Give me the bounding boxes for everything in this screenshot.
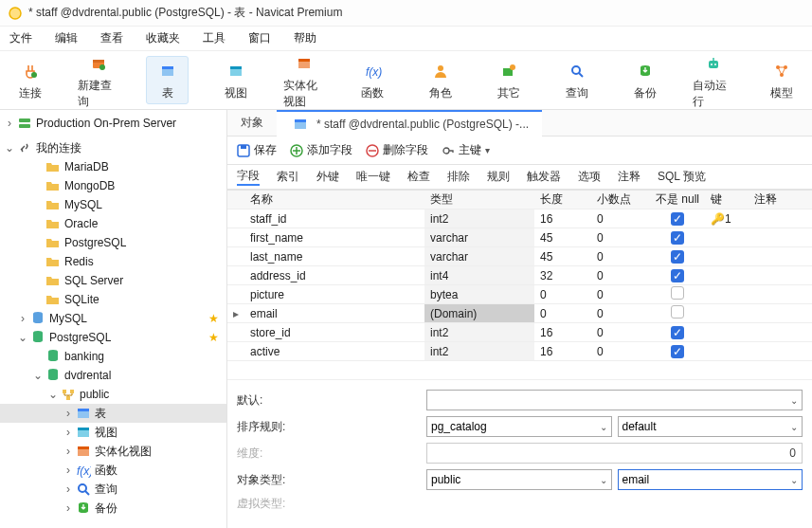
inner-tab-3[interactable]: 唯一键	[356, 169, 390, 185]
chevron-icon[interactable]	[32, 255, 44, 268]
chevron-icon[interactable]	[32, 236, 44, 249]
inner-tab-10[interactable]: SQL 预览	[658, 169, 706, 185]
ribbon-other[interactable]: 其它	[488, 59, 530, 101]
cell-type[interactable]: varchar	[424, 228, 534, 247]
notnull-checkbox[interactable]: ✓	[671, 212, 684, 226]
cell-comment[interactable]	[749, 342, 812, 361]
chevron-icon[interactable]: ⌄	[32, 369, 44, 382]
cell-key[interactable]	[705, 304, 749, 323]
tree-item-14[interactable]: ›视图	[0, 423, 226, 442]
ribbon-plug[interactable]: 连接	[9, 59, 51, 101]
cell-notnull[interactable]: ✓	[650, 323, 705, 342]
tree-item-7[interactable]: SQLite	[0, 290, 226, 309]
my-connections[interactable]: ⌄ 我的连接	[0, 138, 226, 157]
save-button[interactable]: 保存	[237, 142, 277, 158]
chevron-icon[interactable]: ›	[63, 426, 74, 439]
chevron-icon[interactable]: ⌄	[47, 388, 59, 401]
cell-key[interactable]	[705, 323, 749, 342]
cell-decimals[interactable]: 0	[591, 285, 650, 304]
menu-2[interactable]: 查看	[100, 30, 123, 46]
tree-item-10[interactable]: banking	[0, 347, 226, 366]
star-icon[interactable]: ★	[208, 312, 219, 325]
notnull-checkbox[interactable]	[671, 286, 684, 300]
cell-key[interactable]	[705, 342, 749, 361]
collation-name-combo[interactable]: default⌄	[618, 416, 803, 437]
cell-type[interactable]: varchar	[424, 247, 534, 266]
cell-type[interactable]: (Domain)	[424, 304, 534, 323]
objecttype-schema-combo[interactable]: public⌄	[426, 469, 612, 490]
chevron-icon[interactable]: ›	[63, 501, 74, 515]
cell-type[interactable]: int2	[424, 209, 534, 228]
tree-item-18[interactable]: ›备份	[0, 499, 226, 518]
col-notnull[interactable]: 不是 null	[650, 191, 705, 209]
cell-notnull[interactable]: ✓	[650, 228, 705, 247]
cell-decimals[interactable]: 0	[591, 304, 650, 323]
cell-type[interactable]: int2	[424, 323, 534, 342]
col-comment[interactable]: 注释	[749, 191, 812, 209]
chevron-icon[interactable]	[32, 160, 44, 173]
cell-length[interactable]: 0	[534, 285, 591, 304]
ribbon-user[interactable]: 角色	[420, 59, 461, 101]
ribbon-backup[interactable]: 备份	[624, 59, 666, 101]
field-row[interactable]: picturebytea00	[227, 285, 812, 304]
cell-decimals[interactable]: 0	[591, 342, 650, 361]
cell-name[interactable]: active	[244, 342, 424, 361]
cell-type[interactable]: int2	[424, 342, 534, 361]
field-row[interactable]: first_namevarchar450✓	[227, 228, 812, 247]
menu-3[interactable]: 收藏夹	[146, 30, 180, 46]
tree-item-16[interactable]: ›f(x)函数	[0, 461, 226, 480]
notnull-checkbox[interactable]: ✓	[671, 250, 684, 264]
menu-4[interactable]: 工具	[203, 30, 226, 46]
tree-item-6[interactable]: SQL Server	[0, 271, 226, 290]
cell-decimals[interactable]: 0	[591, 228, 650, 247]
default-combo[interactable]: ⌄	[426, 390, 803, 410]
dimension-input[interactable]: 0	[426, 443, 803, 464]
field-row[interactable]: ▸email(Domain)00	[227, 304, 812, 323]
cell-length[interactable]: 0	[534, 304, 591, 323]
col-name[interactable]: 名称	[244, 191, 424, 209]
star-icon[interactable]: ★	[208, 331, 219, 344]
cell-name[interactable]: last_name	[244, 247, 424, 266]
chevron-icon[interactable]	[32, 198, 44, 211]
tree-item-2[interactable]: MySQL	[0, 195, 226, 214]
cell-decimals[interactable]: 0	[591, 209, 650, 228]
cell-key[interactable]: 🔑1	[705, 209, 749, 228]
ribbon-fx[interactable]: f(x)函数	[352, 59, 393, 101]
cell-key[interactable]	[705, 266, 749, 285]
tree-item-15[interactable]: ›实体化视图	[0, 442, 226, 461]
cell-name[interactable]: first_name	[244, 228, 424, 247]
chevron-icon[interactable]	[32, 350, 44, 363]
col-length[interactable]: 长度	[534, 191, 591, 209]
cell-key[interactable]	[705, 228, 749, 247]
ribbon-query[interactable]: 新建查询	[78, 51, 119, 110]
cell-name[interactable]: email	[244, 304, 424, 323]
cell-comment[interactable]	[749, 323, 812, 342]
inner-tab-0[interactable]: 字段	[237, 168, 260, 186]
cell-notnull[interactable]	[650, 304, 705, 323]
chevron-icon[interactable]: ›	[63, 407, 74, 420]
menu-0[interactable]: 文件	[9, 30, 32, 46]
inner-tab-4[interactable]: 检查	[407, 169, 430, 185]
primary-key-button[interactable]: 主键▾	[442, 142, 490, 158]
chevron-down-icon[interactable]: ▾	[485, 145, 490, 155]
chevron-icon[interactable]: ›	[63, 482, 74, 496]
chevron-icon[interactable]: ›	[63, 445, 74, 458]
tree-item-4[interactable]: PostgreSQL	[0, 233, 226, 252]
cell-decimals[interactable]: 0	[591, 247, 650, 266]
cell-comment[interactable]	[749, 266, 812, 285]
cell-comment[interactable]	[749, 228, 812, 247]
ribbon-robot[interactable]: 自动运行	[693, 51, 734, 110]
inner-tab-5[interactable]: 排除	[447, 169, 470, 185]
cell-length[interactable]: 16	[534, 342, 591, 361]
cell-key[interactable]	[705, 285, 749, 304]
col-key[interactable]: 键	[705, 191, 749, 209]
connection-header[interactable]: › Production On-Prem Server	[0, 114, 226, 133]
content-tab-0[interactable]: 对象	[227, 110, 277, 137]
chevron-down-icon[interactable]: ⌄	[4, 141, 15, 155]
cell-notnull[interactable]: ✓	[650, 209, 705, 228]
inner-tab-7[interactable]: 触发器	[527, 169, 561, 185]
notnull-checkbox[interactable]: ✓	[671, 269, 684, 282]
cell-name[interactable]: staff_id	[244, 209, 424, 228]
cell-decimals[interactable]: 0	[591, 323, 650, 342]
tree-item-5[interactable]: Redis	[0, 252, 226, 271]
